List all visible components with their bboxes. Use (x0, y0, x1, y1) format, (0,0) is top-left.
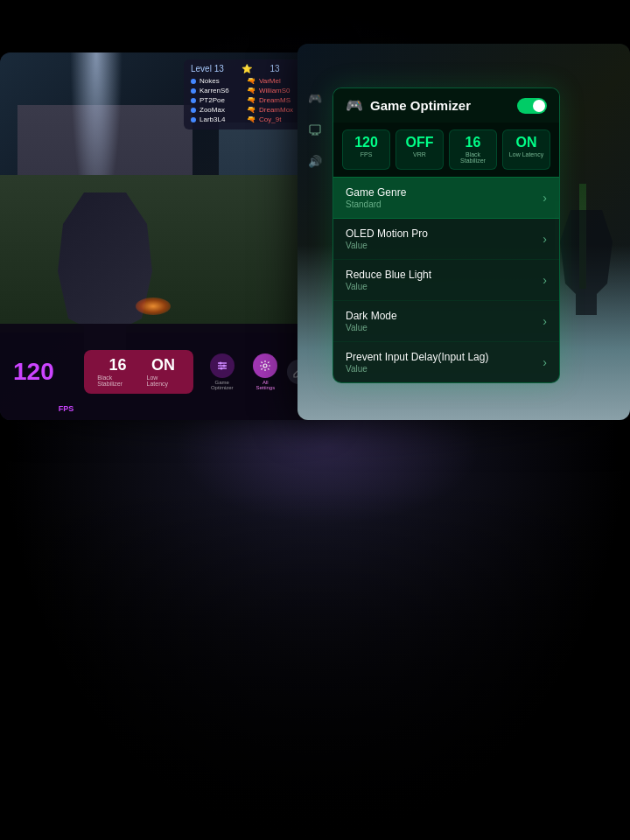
game-genre-title: Game Genre (346, 186, 406, 199)
score-team-row: ZooMax 🔫 DreamMox (191, 106, 308, 114)
stat-vrr: OFF VRR (396, 130, 444, 170)
gamepad-nav-icon[interactable]: 🎮 (304, 88, 326, 108)
stat-ll-value: ON (507, 136, 546, 150)
black-stabilizer-label: Black Stabilizer (97, 374, 137, 387)
menu-item-game-genre[interactable]: Game Genre Standard › (333, 177, 559, 219)
svg-point-4 (222, 365, 225, 368)
game-genre-text: Game Genre Standard (346, 186, 406, 209)
scoreboard-header: Level 13 ⭐ 13 💀 (191, 64, 308, 74)
low-latency-label: Low Latency (147, 374, 180, 387)
svg-point-5 (220, 368, 222, 370)
hud-black-stabilizer: 16 Black Stabilizer (97, 357, 137, 387)
dark-mode-value: Value (346, 323, 397, 332)
optimizer-toggle[interactable] (517, 98, 547, 114)
game-optimizer-panel: 🎮 Game Optimizer 120 FPS OFF VRR 16 Blac… (332, 88, 560, 383)
player-name: KarrenS6 (200, 87, 243, 94)
optimizer-header: 🎮 Game Optimizer (333, 88, 559, 122)
game-hud: 120 FPS 16 Black Stabilizer ON Low Laten… (0, 324, 324, 420)
game-optimizer-icon (210, 354, 234, 378)
menu-item-prevent-input-delay[interactable]: Prevent Input Delay(Input Lag) Value › (333, 342, 559, 382)
gun-flash (136, 298, 171, 315)
level-label: Level 13 (191, 64, 224, 74)
game-scene-left: Level 13 ⭐ 13 💀 Nokes 🔫 VarMel KarrenS6 … (0, 52, 324, 420)
player-name-red: DreamMox (259, 106, 293, 114)
game-optimizer-label: Game Optimizer (204, 380, 241, 390)
hud-stats-block: 16 Black Stabilizer ON Low Latency (84, 350, 192, 394)
prevent-input-delay-title: Prevent Input Delay(Input Lag) (346, 351, 488, 363)
dark-mode-title: Dark Mode (346, 310, 397, 322)
score-team-row: KarrenS6 🔫 WilliamS0 (191, 87, 308, 94)
player-name: ZooMax (200, 106, 243, 114)
hud-fps-value: 120 (13, 358, 54, 386)
stat-black-stabilizer: 16 Black Stabilizer (449, 130, 497, 170)
reduce-blue-light-text: Reduce Blue Light Value (346, 269, 431, 291)
stat-fps-label: FPS (346, 151, 386, 158)
all-settings-icon (253, 354, 277, 378)
player-name-red: Coy_9t (259, 116, 281, 123)
game-genre-value: Standard (346, 200, 406, 209)
stat-vrr-label: VRR (400, 151, 439, 158)
black-stabilizer-value: 16 (108, 357, 126, 373)
stat-low-latency: ON Low Latency (502, 130, 550, 170)
all-settings-label: All Settings (253, 380, 278, 390)
stats-row: 120 FPS OFF VRR 16 Black Stabilizer ON L… (333, 122, 559, 177)
team-dot-blue (191, 117, 196, 122)
sound-nav-icon[interactable]: 🔊 (304, 150, 326, 172)
oled-motion-value: Value (346, 241, 428, 250)
all-settings-btn[interactable]: All Settings (253, 354, 278, 390)
tv-right: 🎮 🔊 🎮 Game Optimizer (298, 44, 630, 420)
player-name: Larb3L4 (200, 116, 243, 123)
team-dot-blue (191, 88, 196, 94)
star-icon: ⭐ (242, 64, 252, 74)
low-latency-value: ON (151, 357, 175, 373)
dark-mode-text: Dark Mode Value (346, 310, 397, 332)
team-dot-blue (191, 108, 196, 113)
team-dot-blue (191, 79, 196, 84)
oled-motion-text: OLED Motion Pro Value (346, 228, 428, 250)
player-weapon: 🔫 (247, 77, 256, 85)
stat-fps: 120 FPS (342, 130, 390, 170)
player-name: Nokes (200, 77, 243, 85)
player-name: PT2Poe (200, 96, 243, 104)
player-weapon: 🔫 (247, 96, 256, 104)
score-team-row: PT2Poe 🔫 DreamMS (191, 96, 308, 104)
hud-fps-label: FPS (59, 404, 74, 420)
prevent-input-delay-text: Prevent Input Delay(Input Lag) Value (346, 351, 488, 374)
hud-icon-buttons: Game Optimizer All Settings (204, 354, 278, 390)
player-name-red: VarMel (259, 77, 281, 85)
menu-item-oled-motion[interactable]: OLED Motion Pro Value › (333, 219, 559, 260)
stat-bs-label: Black Stabilizer (453, 151, 493, 164)
oled-motion-title: OLED Motion Pro (346, 228, 428, 240)
dark-mode-chevron: › (542, 314, 547, 328)
score-team-row: Larb3L4 🔫 Coy_9t (191, 116, 308, 123)
scene: Level 13 ⭐ 13 💀 Nokes 🔫 VarMel KarrenS6 … (0, 0, 630, 840)
optimizer-title: Game Optimizer (370, 98, 471, 113)
reduce-blue-light-title: Reduce Blue Light (346, 269, 431, 281)
star-count: 13 (270, 64, 280, 74)
team-dot-blue (191, 98, 196, 103)
prevent-input-delay-chevron: › (542, 355, 547, 369)
stat-bs-value: 16 (453, 136, 493, 150)
reduce-blue-light-chevron: › (542, 273, 547, 287)
game-optimizer-btn[interactable]: Game Optimizer (204, 354, 241, 390)
display-nav-icon[interactable] (304, 119, 326, 140)
reduce-blue-light-value: Value (346, 282, 431, 291)
svg-rect-7 (310, 125, 320, 133)
optimizer-gamepad-icon: 🎮 (346, 97, 363, 114)
bottom-fade (0, 490, 630, 840)
player-name-red: DreamMS (259, 96, 290, 104)
player-name-red: WilliamS0 (259, 87, 290, 94)
menu-item-dark-mode[interactable]: Dark Mode Value › (333, 301, 559, 342)
player-weapon: 🔫 (247, 116, 256, 123)
tv-left: Level 13 ⭐ 13 💀 Nokes 🔫 VarMel KarrenS6 … (0, 52, 324, 420)
menu-item-reduce-blue-light[interactable]: Reduce Blue Light Value › (333, 260, 559, 301)
side-nav: 🎮 🔊 (304, 88, 326, 172)
svg-point-3 (219, 362, 221, 365)
stat-ll-label: Low Latency (507, 151, 546, 158)
oled-motion-chevron: › (542, 232, 547, 246)
stat-vrr-value: OFF (400, 136, 439, 150)
player-weapon: 🔫 (247, 106, 256, 114)
svg-point-6 (263, 364, 267, 368)
player-weapon: 🔫 (247, 87, 256, 94)
prevent-input-delay-value: Value (346, 364, 488, 374)
